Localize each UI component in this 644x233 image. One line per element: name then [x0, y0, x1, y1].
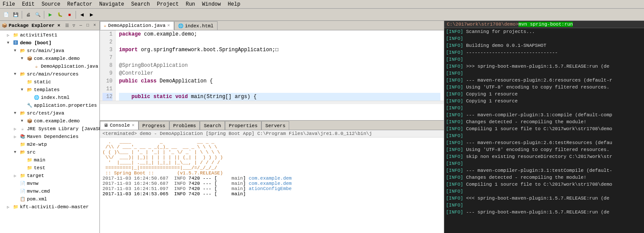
toolbar-print[interactable]: 🖨 — [24, 10, 33, 19]
code-line-12: public static void main(String[] args) { — [119, 93, 440, 101]
package-icon: 📦 — [26, 55, 33, 62]
code-line-3: import org.springframework.boot.SpringAp… — [119, 46, 440, 54]
menu-help[interactable]: Help — [227, 1, 241, 7]
editor-scroll-h[interactable] — [100, 101, 444, 104]
panel-collapse-btn[interactable]: ☰ — [64, 23, 70, 29]
main-folder-icon: 📁 — [26, 157, 33, 164]
menu-file[interactable]: File — [2, 1, 16, 7]
code-editor[interactable]: 1 2 3 7 8 9 10 11 12 package com.example… — [100, 30, 444, 120]
tree-item-demo-app[interactable]: ☕ DemoApplication.java — [0, 62, 99, 70]
properties-tab[interactable]: Properties — [225, 121, 261, 130]
maven-icon: 📚 — [19, 133, 26, 140]
toolbar-save[interactable]: 💾 — [11, 10, 20, 19]
terminal-output: [INFO] Scanning for projects...[INFO] [I… — [444, 28, 644, 233]
project-icon: 🅱 — [12, 39, 19, 46]
tree-item-target[interactable]: ▷ 📁 target — [0, 172, 99, 180]
tree-item-maven-deps[interactable]: ▷ 📚 Maven Dependencies — [0, 133, 99, 141]
console-tab[interactable]: 🖥 Console × — [100, 121, 139, 130]
jre-icon: ☕ — [19, 125, 26, 132]
tree-item-static[interactable]: 📁 static — [0, 78, 99, 86]
tree-item-mvnw-cmd[interactable]: 📄 mvnw.cmd — [0, 187, 99, 195]
toolbar-stop[interactable]: ■ — [65, 10, 74, 19]
toolbar-fwd[interactable]: ▶ — [87, 10, 96, 19]
test-package-icon: 📦 — [26, 118, 33, 125]
code-content[interactable]: package com.example.demo; import org.spr… — [116, 30, 444, 101]
search-tab[interactable]: Search — [200, 121, 225, 130]
html-file-icon: 🌐 — [33, 94, 40, 101]
editor-panel: ☕ DemoApplication.java × 🌐 index.html 1 … — [100, 21, 444, 233]
menu-project[interactable]: Project — [156, 1, 179, 7]
mvnw-cmd-icon: 📄 — [19, 188, 26, 195]
panel-controls: ☰ ▽ — □ × — [64, 23, 98, 29]
progress-tab[interactable]: Progress — [139, 121, 169, 130]
resources-folder-icon: 📂 — [19, 71, 26, 78]
tree-item-mvnw[interactable]: 📄 mvnw — [0, 180, 99, 187]
servers-tab[interactable]: Servers — [261, 121, 289, 130]
tree-item-activiti[interactable]: ▷ 📁 activitiTest1 — [0, 31, 99, 39]
pom-icon: 📋 — [19, 196, 26, 203]
tab-close-icon: × — [167, 23, 170, 28]
toolbar-new[interactable]: 📄 — [2, 10, 10, 19]
tree-item-m2e[interactable]: 📁 m2e-wtp — [0, 141, 99, 148]
terminal-path: C:\2017work\str1708\demo> — [447, 22, 519, 27]
toolbar-sep-1 — [22, 11, 22, 19]
toolbar-debug[interactable]: 🐛 — [56, 10, 64, 19]
mvnw-file-icon: 📄 — [19, 180, 26, 187]
main-area: 📦 Package Explorer × ☰ ▽ — □ × ▷ 📁 activ… — [0, 21, 644, 233]
menu-source[interactable]: Source — [41, 1, 61, 7]
test-folder-icon: 📂 — [19, 110, 26, 117]
panel-menu-btn[interactable]: ▽ — [71, 23, 77, 29]
menu-window[interactable]: Window — [201, 1, 221, 7]
tree-item-test[interactable]: 📁 test — [0, 164, 99, 172]
code-line-11 — [119, 85, 440, 93]
static-folder-icon: 📁 — [26, 79, 33, 85]
menu-edit[interactable]: Edit — [21, 1, 36, 7]
templates-folder-icon: 📂 — [26, 86, 33, 93]
toolbar-find[interactable]: 🔍 — [33, 10, 42, 19]
java-file-icon: ☕ — [33, 63, 40, 70]
code-line-1: package com.example.demo; — [119, 30, 440, 38]
props-file-icon: 🔧 — [26, 102, 33, 109]
menu-navigate[interactable]: Navigate — [98, 1, 125, 7]
menu-run[interactable]: Run — [185, 1, 196, 7]
tree-item-templates[interactable]: ▼ 📂 templates — [0, 86, 99, 94]
menu-bar: File Edit Source Refactor Navigate Searc… — [0, 0, 644, 9]
panel-close-btn[interactable]: × — [92, 23, 98, 29]
console-tab-close: × — [132, 123, 135, 128]
toolbar-run[interactable]: ▶ — [46, 10, 55, 19]
bottom-panel: 🖥 Console × Progress Problems Search Pro… — [100, 120, 444, 233]
toolbar-sep-2 — [44, 11, 44, 19]
code-line-9: @Controller — [119, 69, 440, 77]
tree-item-main[interactable]: 📁 main — [0, 156, 99, 164]
tree-item-src-test-java[interactable]: ▼ 📂 src/test/java — [0, 109, 99, 117]
package-explorer-icon: 📦 — [2, 23, 7, 28]
tree-item-src[interactable]: ▼ 📂 src — [0, 148, 99, 156]
tree-item-com-example[interactable]: ▼ 📦 com.example.demo — [0, 55, 99, 62]
menu-refactor[interactable]: Refactor — [66, 1, 93, 7]
console-icon: 🖥 — [104, 123, 108, 128]
code-line-2 — [119, 38, 440, 46]
folder-icon: 📁 — [12, 32, 19, 39]
problems-tab[interactable]: Problems — [169, 121, 200, 130]
tree-item-src-main-java[interactable]: ▼ 📂 src/main/java — [0, 47, 99, 55]
toolbar-back[interactable]: ◀ — [78, 10, 86, 19]
terminal-header: C:\2017work\str1708\demo>mvn spring-boot… — [444, 21, 644, 28]
tree-item-kft[interactable]: ▷ 📁 kft-activiti-demo-master — [0, 203, 99, 211]
tree-item-demo-boot[interactable]: ▼ 🅱 demo [boot] — [0, 39, 99, 47]
tree-item-app-props[interactable]: 🔧 application.properties — [0, 102, 99, 109]
tree-item-index-html[interactable]: 🌐 index.html — [0, 94, 99, 102]
tree-item-com-example-test[interactable]: ▼ 📦 com.example.demo — [0, 117, 99, 125]
panel-maximize-btn[interactable]: □ — [85, 23, 91, 29]
editor-tab-index-html[interactable]: 🌐 index.html — [174, 21, 218, 30]
tree-item-src-main-res[interactable]: ▼ 📂 src/main/resources — [0, 70, 99, 78]
java-tab-icon: ☕ — [104, 23, 106, 28]
panel-minimize-btn[interactable]: — — [78, 23, 84, 29]
editor-tab-demo-app[interactable]: ☕ DemoApplication.java × — [100, 21, 174, 30]
kft-folder-icon: 📁 — [12, 203, 19, 210]
tree-item-jre[interactable]: ▷ ☕ JRE System Library [JavaSE-1.8] — [0, 125, 99, 133]
m2e-folder-icon: 📁 — [19, 141, 26, 148]
tree-item-pom[interactable]: 📋 pom.xml — [0, 195, 99, 203]
code-line-7 — [119, 54, 440, 62]
menu-search[interactable]: Search — [130, 1, 151, 7]
package-explorer-titlebar: 📦 Package Explorer × ☰ ▽ — □ × — [0, 21, 99, 30]
